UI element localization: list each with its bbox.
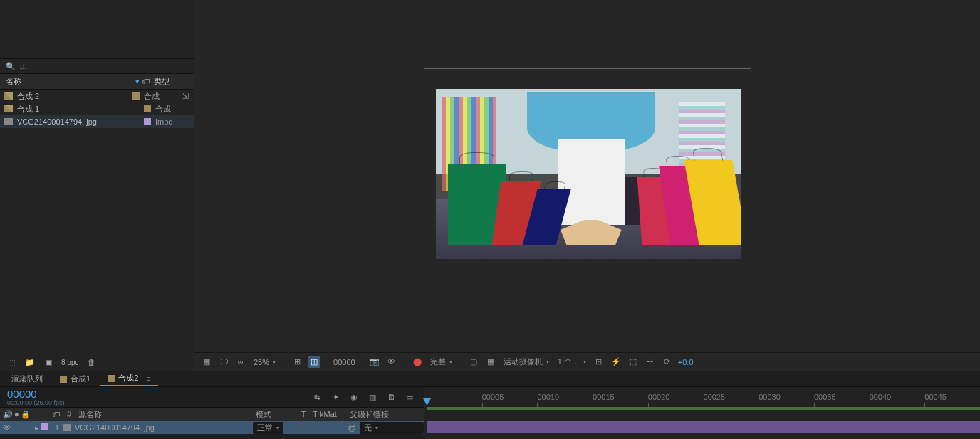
- label-swatch[interactable]: [132, 92, 140, 100]
- exposure-value[interactable]: +0.0: [678, 358, 694, 366]
- ruler-tick: 00040: [870, 393, 925, 407]
- ruler-tick: 00005: [482, 393, 538, 407]
- ruler-tick: 00015: [593, 393, 648, 407]
- flowchart-icon[interactable]: ⊹: [644, 356, 657, 368]
- draft3d-icon[interactable]: 🖻: [385, 391, 397, 403]
- col-type-header[interactable]: 类型: [154, 76, 188, 87]
- magnification-icon[interactable]: ▦: [200, 356, 213, 368]
- graph-editor-icon[interactable]: ▥: [367, 391, 378, 403]
- frame-blend-icon[interactable]: ✦: [330, 391, 341, 403]
- timeline-layer-panel: 00000 00:00:00 (25.00 fps) ↹ ✦ ◉ ▥ 🖻 ▭ 🔊…: [0, 387, 424, 439]
- timeline-column-headers: 🔊 ● 🔒 🏷 # 源名称 模式 T TrkMat 父级和链接: [0, 407, 424, 421]
- comp-tree-icon[interactable]: ⇲: [182, 92, 189, 100]
- playhead[interactable]: [427, 387, 427, 439]
- ruler-tick: 00020: [648, 393, 704, 407]
- camera-dropdown[interactable]: 活动摄像机: [501, 356, 551, 367]
- fast-preview-icon[interactable]: ⚡: [610, 356, 622, 368]
- transparency-grid-icon[interactable]: ▦: [484, 356, 497, 368]
- footage-preview: [436, 89, 741, 259]
- label-swatch[interactable]: [144, 105, 151, 112]
- display-icon[interactable]: 🖵: [217, 356, 230, 368]
- reset-exposure-icon[interactable]: ⟳: [661, 356, 674, 368]
- tab-comp-1[interactable]: 合成1: [53, 372, 98, 386]
- col-name-header[interactable]: 名称: [6, 76, 135, 87]
- video-toggle-icon[interactable]: 👁: [3, 424, 11, 432]
- ruler-tick: [427, 393, 482, 407]
- blend-mode-dropdown[interactable]: 正常: [253, 422, 283, 434]
- layer-index: 1: [51, 423, 63, 432]
- timeline-icon[interactable]: ⬚: [627, 356, 640, 368]
- brainstorm-icon[interactable]: ▭: [404, 391, 415, 403]
- project-item[interactable]: 合成 1 合成: [0, 102, 194, 115]
- av-col-icon[interactable]: 🔊: [3, 411, 13, 418]
- timeline-layer-row[interactable]: 👁 ▸ 1 VCG21400014794. jpg 正常 @ 无: [0, 421, 424, 434]
- viewer-toolbar: ▦ 🖵 ∞ 25% ⊞ ◫ 00000 📷 👁 ⬤ 完整 ▢ ▦ 活动摄像机 1…: [194, 352, 980, 371]
- index-column[interactable]: #: [63, 410, 75, 418]
- project-item[interactable]: 合成 2 合成 ⇲: [0, 90, 194, 102]
- views-dropdown[interactable]: 1 个…: [556, 356, 588, 367]
- timeline-tabs: 渲染队列 合成1 合成2≡: [0, 371, 980, 387]
- resolution-dropdown[interactable]: 完整: [428, 356, 454, 367]
- label-swatch[interactable]: [144, 118, 151, 125]
- show-snapshot-icon[interactable]: 👁: [385, 356, 398, 368]
- snapshot-icon[interactable]: 📷: [368, 356, 381, 368]
- ruler-tick: 00010: [537, 393, 593, 407]
- zoom-dropdown[interactable]: 25%: [251, 358, 278, 366]
- current-frame-display[interactable]: 00000: [333, 358, 355, 366]
- tab-comp-2[interactable]: 合成2≡: [100, 371, 158, 386]
- layer-name: VCG21400014794. jpg: [75, 423, 155, 432]
- ruler-tick: 00025: [704, 393, 759, 407]
- timeline-tracks[interactable]: 0000500010000150002000025000300003500040…: [424, 387, 980, 439]
- channel-icon[interactable]: ⬤: [411, 356, 424, 368]
- composition-icon: [4, 92, 13, 100]
- project-item[interactable]: VCG21400014794. jpg Impc: [0, 115, 194, 128]
- image-file-icon: [63, 424, 71, 431]
- track-matte-column[interactable]: TrkMat: [310, 410, 347, 418]
- roi-icon[interactable]: ▢: [467, 356, 480, 368]
- new-comp-icon[interactable]: ▣: [43, 358, 54, 368]
- pickwhip-icon[interactable]: @: [347, 423, 357, 433]
- tab-render-queue[interactable]: 渲染队列: [4, 372, 50, 386]
- label-swatch: [108, 375, 115, 382]
- project-columns-header: 名称 ▾ 🏷 类型: [0, 74, 194, 90]
- twirl-icon[interactable]: ▸: [33, 423, 41, 433]
- preserve-transparency-toggle[interactable]: [297, 423, 304, 430]
- motion-blur-icon[interactable]: ◉: [348, 391, 360, 403]
- label-swatch: [60, 376, 67, 383]
- safe-zones-icon[interactable]: ◫: [308, 356, 320, 368]
- search-icon: 🔍: [6, 63, 16, 70]
- composition-frame: [424, 68, 751, 270]
- layer-duration-bar[interactable]: [427, 421, 980, 433]
- project-search-bar: 🔍: [0, 58, 194, 74]
- preserve-transparency-column[interactable]: T: [297, 410, 310, 418]
- eye-col-icon[interactable]: ●: [14, 411, 19, 418]
- trash-icon[interactable]: 🗑: [85, 358, 97, 368]
- parent-dropdown[interactable]: 无: [360, 422, 424, 434]
- image-file-icon: [4, 118, 13, 125]
- composition-canvas[interactable]: [194, 0, 980, 352]
- interpret-footage-icon[interactable]: ⬚: [6, 358, 17, 368]
- new-folder-icon[interactable]: 📁: [24, 358, 36, 368]
- current-time-display[interactable]: 00000 00:00:00 (25.00 fps): [7, 388, 65, 406]
- label-col-icon[interactable]: 🏷: [52, 410, 60, 418]
- layer-label-swatch[interactable]: [41, 423, 48, 430]
- arrow-down-icon[interactable]: ▾: [135, 78, 140, 85]
- ruler-tick: 00030: [759, 393, 814, 407]
- mode-column[interactable]: 模式: [253, 409, 297, 420]
- shy-toggle-icon[interactable]: ↹: [311, 391, 323, 403]
- pixel-aspect-icon[interactable]: ⊡: [593, 356, 605, 368]
- parent-column[interactable]: 父级和链接: [347, 409, 424, 420]
- timeline-panel: 渲染队列 合成1 合成2≡ 00000 00:00:00 (25.00 fps)…: [0, 371, 980, 439]
- mask-icon[interactable]: ∞: [234, 356, 247, 368]
- tag-icon[interactable]: 🏷: [142, 78, 150, 85]
- source-name-column[interactable]: 源名称: [75, 409, 253, 420]
- color-depth[interactable]: 8 bpc: [61, 359, 78, 366]
- lock-col-icon[interactable]: 🔒: [21, 411, 31, 418]
- work-area-bar[interactable]: [427, 407, 980, 410]
- composition-icon: [4, 105, 13, 112]
- composition-viewer: ▦ 🖵 ∞ 25% ⊞ ◫ 00000 📷 👁 ⬤ 完整 ▢ ▦ 活动摄像机 1…: [194, 0, 980, 371]
- project-search-input[interactable]: [20, 62, 188, 70]
- ruler-tick: 00035: [814, 393, 870, 407]
- time-ruler[interactable]: 0000500010000150002000025000300003500040…: [424, 387, 980, 407]
- grid-icon[interactable]: ⊞: [291, 356, 303, 368]
